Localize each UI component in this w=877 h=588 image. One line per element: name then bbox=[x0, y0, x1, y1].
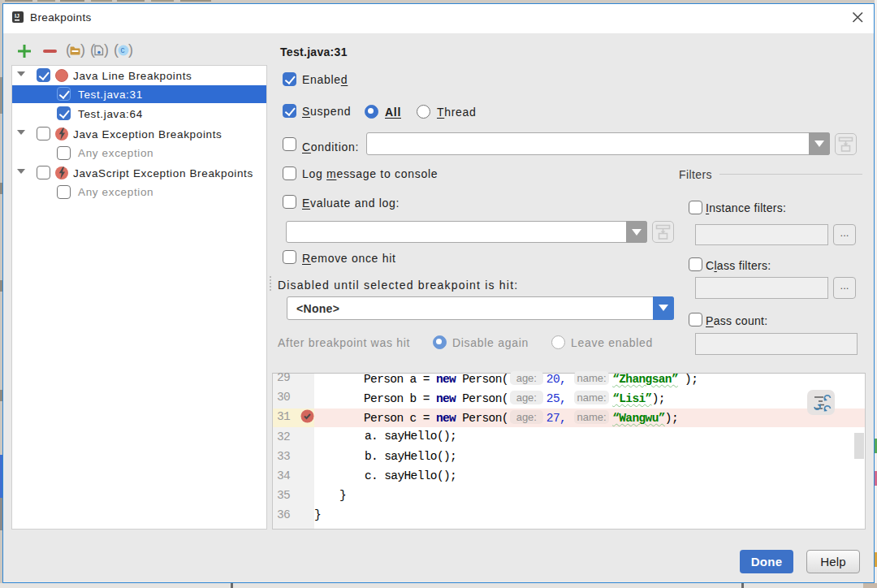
svg-text:c: c bbox=[121, 45, 125, 54]
svg-text:IJ: IJ bbox=[15, 13, 19, 19]
